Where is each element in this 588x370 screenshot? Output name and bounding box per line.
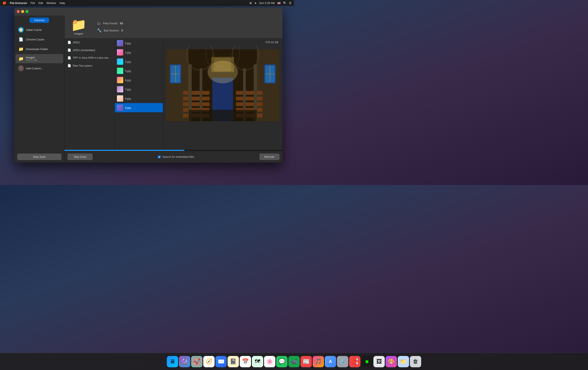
stop-scan-button-sidebar[interactable]: Stop Scan — [17, 154, 61, 160]
thumb-1 — [117, 49, 123, 55]
file-type-raw-text-label: Raw Text (plain) — [73, 64, 92, 67]
file-type-tiff-label: TIFF or Sony ARW or Leica raw... — [73, 56, 110, 59]
embedded-files-container: Search for embedded files — [150, 155, 202, 158]
sidebar-item-add-custom[interactable]: ❓ Add Custom... — [16, 64, 63, 73]
svg-rect-28 — [214, 58, 231, 71]
titlebar — [14, 8, 283, 16]
menu-help[interactable]: Help — [60, 1, 65, 5]
sidebar: Volumes 🧭 Safari Cache 📄 Chrome Cache 📁 … — [14, 16, 64, 163]
file-types-column: 📄 JPEG › 📄 JPEG (embedded) › — [64, 39, 115, 150]
file-item-6[interactable]: 6.jpg — [115, 75, 163, 85]
embedded-files-checkbox[interactable] — [158, 155, 161, 158]
svg-rect-8 — [183, 97, 209, 100]
images-folder-large-icon: 📁 — [71, 19, 86, 31]
sidebar-label-downloads-folder: Downloads Folder — [26, 48, 48, 51]
stop-scan-button[interactable]: Stop Scan — [67, 154, 93, 160]
thumb-7 — [117, 86, 123, 92]
recover-button[interactable]: Recover — [259, 154, 280, 160]
file-item-7[interactable]: 7.jpg — [115, 85, 163, 94]
embedded-files-label: Search for embedded files — [162, 155, 194, 158]
main-content: Volumes 🧭 Safari Cache 📄 Chrome Cache 📁 … — [14, 16, 283, 163]
file-type-tiff[interactable]: 📄 TIFF or Sony ARW or Leica raw... › — [64, 54, 115, 62]
bottom-bar: Stop Scan Search for embedded files Reco… — [64, 151, 283, 163]
thumb-8 — [117, 95, 123, 102]
jpeg-embedded-chevron-icon: › — [111, 49, 112, 51]
apple-menu[interactable]: 🍎 — [2, 1, 7, 5]
raw-text-chevron-icon: › — [111, 64, 112, 67]
sidebar-item-chrome-cache[interactable]: 📄 Chrome Cache — [16, 35, 63, 44]
preview-column: 570.22 KB — [163, 39, 283, 150]
bad-sectors-value: 0 — [121, 29, 123, 32]
thumb-0 — [117, 40, 123, 46]
main-window: Volumes 🧭 Safari Cache 📄 Chrome Cache 📁 … — [14, 8, 283, 163]
sidebar-images-size: 258.21 MB — [26, 59, 37, 62]
images-folder-icon: 📁 — [18, 56, 24, 62]
screen-icon: 🖥 — [249, 1, 252, 5]
folder-display: 📁 Images — [71, 19, 86, 35]
file-type-jpeg[interactable]: 📄 JPEG › — [64, 39, 115, 46]
file-list-column: 0.jpg 1.jpg 2.jpg 5.jpg — [115, 39, 163, 150]
menu-edit[interactable]: Edit — [38, 1, 43, 5]
right-panel: 📁 Images 🗂 Files Found: 83 🔧 Bad Sectors… — [64, 16, 283, 163]
volumes-button[interactable]: Volumes — [30, 18, 49, 23]
close-button[interactable] — [17, 10, 20, 13]
arrow-icon: ➤ — [254, 1, 257, 5]
progress-bar-fill — [64, 150, 184, 151]
file-type-raw-text[interactable]: 📄 Raw Text (plain) › — [64, 62, 115, 70]
file-name-6: 6.jpg — [125, 79, 131, 82]
thumb-9 — [117, 104, 123, 111]
minimize-button[interactable] — [21, 10, 24, 13]
file-item-9[interactable]: 9.jpg — [115, 103, 163, 112]
svg-rect-9 — [183, 102, 209, 106]
files-found-value: 83 — [120, 22, 123, 25]
menubar: 🍎 File Extractor File Edit Window Help 🖥… — [0, 0, 294, 6]
tiff-chevron-icon: › — [111, 57, 112, 59]
bad-sectors-label: Bad Sectors: — [104, 29, 119, 32]
images-folder-label: Images — [74, 32, 83, 35]
clock: Sun 2:25 AM — [259, 1, 275, 5]
file-name-9: 9.jpg — [125, 106, 131, 109]
tiff-file-icon: 📄 — [67, 56, 71, 60]
file-name-8: 8.jpg — [125, 97, 131, 100]
sidebar-item-images-info: Images 258.21 MB — [26, 56, 37, 62]
files-found-label: Files Found: — [103, 22, 118, 25]
bad-sectors-row: 🔧 Bad Sectors: 0 — [97, 28, 123, 33]
bad-sectors-icon: 🔧 — [97, 28, 102, 33]
menu-window[interactable]: Window — [46, 1, 56, 5]
jpeg-embedded-file-icon: 📄 — [67, 48, 71, 52]
sidebar-item-downloads-folder[interactable]: 📁 Downloads Folder — [16, 44, 63, 54]
thumb-2 — [117, 59, 123, 65]
file-item-5[interactable]: 5.jpg — [115, 66, 163, 75]
svg-rect-13 — [236, 97, 262, 100]
thumb-5 — [117, 68, 123, 74]
file-item-1[interactable]: 1.jpg — [115, 48, 163, 57]
menu-file[interactable]: File — [31, 1, 35, 5]
list-icon[interactable]: ☰ — [289, 1, 292, 5]
app-name[interactable]: File Extractor — [10, 1, 27, 5]
file-name-2: 2.jpg — [125, 60, 131, 63]
sidebar-item-images[interactable]: 📁 Images 258.21 MB — [16, 54, 63, 63]
progress-row — [64, 150, 283, 151]
add-custom-icon: ❓ — [18, 65, 24, 71]
file-item-0[interactable]: 0.jpg — [115, 39, 163, 48]
svg-rect-7 — [183, 91, 209, 95]
file-item-8[interactable]: 8.jpg — [115, 94, 163, 103]
file-name-0: 0.jpg — [125, 42, 131, 45]
files-icon: 🗂 — [97, 21, 101, 26]
search-icon[interactable]: 🔍 — [283, 1, 286, 5]
file-name-7: 7.jpg — [125, 88, 131, 91]
top-info-bar: 📁 Images 🗂 Files Found: 83 🔧 Bad Sectors… — [64, 16, 283, 39]
file-type-jpeg-embedded[interactable]: 📄 JPEG (embedded) › — [64, 46, 115, 54]
safari-icon: 🧭 — [18, 27, 24, 33]
traffic-lights — [17, 10, 29, 13]
content-area: 📄 JPEG › 📄 JPEG (embedded) › — [64, 39, 283, 150]
sidebar-item-safari-cache[interactable]: 🧭 Safari Cache — [16, 25, 63, 34]
file-item-2[interactable]: 2.jpg — [115, 57, 163, 66]
svg-rect-14 — [236, 102, 262, 106]
files-found-row: 🗂 Files Found: 83 — [97, 21, 123, 26]
maximize-button[interactable] — [26, 10, 29, 13]
preview-image — [166, 45, 280, 125]
svg-rect-33 — [189, 110, 257, 121]
sidebar-label-images: Images — [26, 56, 37, 59]
chrome-icon: 📄 — [18, 36, 24, 42]
